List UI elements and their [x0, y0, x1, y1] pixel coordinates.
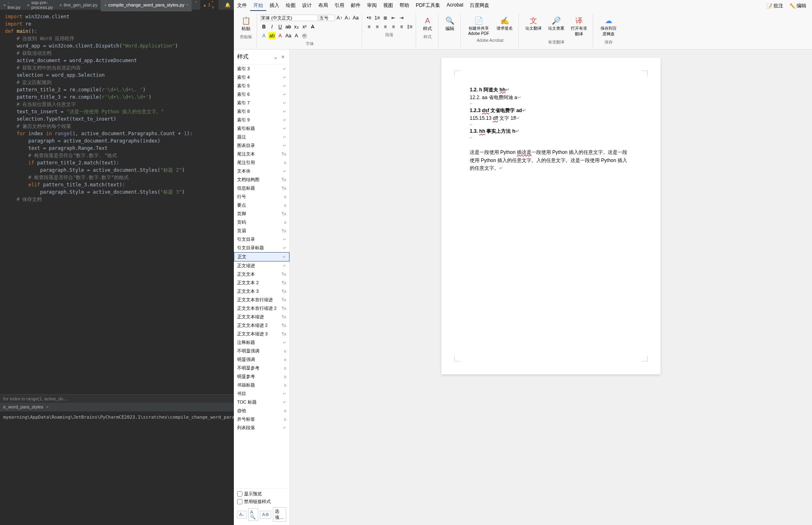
close-icon[interactable]: ×: [186, 2, 188, 7]
style-item[interactable]: 题注↵: [234, 133, 289, 141]
clear-format-button[interactable]: A̶: [309, 23, 316, 30]
disable-link-checkbox[interactable]: 禁用链接样式: [235, 498, 288, 506]
style-item[interactable]: 列表段落↵: [234, 423, 289, 432]
numbering-button[interactable]: 1≡: [374, 14, 381, 22]
decrease-indent-button[interactable]: ⇤: [390, 14, 397, 22]
style-item[interactable]: 要点a: [234, 201, 289, 210]
style-item[interactable]: 明显强调a: [234, 355, 289, 364]
align-justify-button[interactable]: ≡: [390, 23, 397, 30]
code-breadcrumb[interactable]: for index in range(1, active_do…: [0, 394, 234, 403]
style-item[interactable]: 引文目录标题↵: [234, 244, 289, 252]
manage-styles-button[interactable]: A⚙: [260, 511, 271, 519]
style-item[interactable]: 注释标题↵: [234, 338, 289, 347]
text-effects-button[interactable]: A: [260, 32, 268, 39]
style-item[interactable]: 信息标题¶a: [234, 184, 289, 192]
style-item[interactable]: 尾注文本¶a: [234, 150, 289, 158]
style-item[interactable]: 尾注引用a: [234, 158, 289, 167]
style-item[interactable]: 正文文本缩进 3¶a: [234, 330, 289, 338]
increase-indent-button[interactable]: ⇥: [398, 14, 405, 22]
menu-item[interactable]: 引用: [331, 1, 348, 11]
style-item[interactable]: 正文文本缩进¶a: [234, 313, 289, 321]
code-editor[interactable]: import win32com.clientimport redef main(…: [0, 10, 234, 394]
editing-button[interactable]: 🔍 编辑: [442, 14, 458, 33]
align-left-button[interactable]: ≡: [365, 23, 373, 30]
style-item[interactable]: 明显参考a: [234, 372, 289, 381]
notifications-icon[interactable]: 🔔: [222, 2, 234, 8]
style-item[interactable]: 索引 7↵: [234, 99, 289, 107]
menu-item[interactable]: 帮助: [396, 1, 412, 11]
font-name-select[interactable]: [260, 15, 318, 21]
document-area[interactable]: 1.2. h 阿道夫 hh↵12.2. aa 省电费阿迪 a↵↵1.2.3 ds…: [290, 50, 812, 525]
superscript-button[interactable]: x²: [301, 23, 308, 30]
new-style-button[interactable]: A₊: [237, 511, 246, 519]
menu-item[interactable]: Acrobat: [443, 1, 466, 11]
style-item[interactable]: 页脚¶a: [234, 210, 289, 218]
menu-item[interactable]: 审阅: [364, 1, 380, 11]
style-item[interactable]: 页眉¶a: [234, 227, 289, 235]
style-item[interactable]: 行号a: [234, 192, 289, 201]
menu-item[interactable]: 布局: [315, 1, 331, 11]
document-content[interactable]: 1.2. h 阿道夫 hh↵12.2. aa 省电费阿迪 a↵↵1.2.3 ds…: [470, 86, 632, 172]
style-item[interactable]: 图表目录↵: [234, 141, 289, 150]
menu-item[interactable]: 文件: [234, 1, 250, 11]
save-baidu-button[interactable]: ☁ 保存到百度网盘: [596, 14, 621, 39]
style-item[interactable]: TOC 标题↵: [234, 398, 289, 406]
style-item[interactable]: 正文文本首行缩进¶a: [234, 296, 289, 304]
grow-font-button[interactable]: A↑: [336, 14, 343, 22]
paste-button[interactable]: 📋 粘贴: [238, 14, 254, 33]
line-spacing-button[interactable]: ‡≡: [406, 23, 413, 30]
style-item[interactable]: 书籍标题a: [234, 381, 289, 389]
align-right-button[interactable]: ≡: [382, 23, 389, 30]
font-size-select[interactable]: [319, 15, 335, 21]
style-item[interactable]: 文本块↵: [234, 167, 289, 175]
char-border-button[interactable]: A: [293, 32, 300, 39]
translate-button[interactable]: 文 论文翻译: [522, 14, 545, 39]
menu-item[interactable]: PDF工具集: [412, 1, 443, 11]
menu-item[interactable]: 插入: [266, 1, 283, 11]
style-item[interactable]: @他a: [234, 406, 289, 415]
font-color-button[interactable]: A: [276, 32, 284, 39]
style-item[interactable]: 正文↵: [234, 252, 289, 261]
align-distribute-button[interactable]: ≡: [398, 23, 405, 30]
style-item[interactable]: 正文文本缩进 2¶a: [234, 321, 289, 330]
style-item[interactable]: 索引 6↵: [234, 90, 289, 99]
style-item[interactable]: 索引 3↵: [234, 65, 289, 73]
style-item[interactable]: 正文文本 2¶a: [234, 279, 289, 287]
style-item[interactable]: 页码a: [234, 218, 289, 227]
run-console[interactable]: myearning\AppData\Roaming\JetBrains\PyCh…: [0, 411, 234, 525]
style-item[interactable]: 正文缩进↵: [234, 261, 289, 270]
options-button[interactable]: 选项…: [273, 507, 286, 522]
close-icon[interactable]: ×: [46, 404, 49, 409]
style-item[interactable]: 索引标题↵: [234, 124, 289, 133]
multilevel-button[interactable]: ≣: [382, 14, 389, 22]
styles-button[interactable]: A 样式: [419, 14, 436, 33]
style-item[interactable]: 不明显强调a: [234, 347, 289, 355]
comment-button[interactable]: 📝 批注: [764, 2, 786, 10]
style-item[interactable]: 正文文本 3¶a: [234, 287, 289, 296]
shrink-font-button[interactable]: A↓: [344, 14, 351, 22]
strike-button[interactable]: ab: [285, 23, 292, 30]
menu-item[interactable]: 开始: [250, 1, 266, 11]
menu-item[interactable]: 百度网盘: [466, 1, 492, 11]
underline-button[interactable]: U: [276, 23, 284, 30]
run-tab[interactable]: e_word_para_styles ×: [0, 403, 234, 411]
style-item[interactable]: 书目↵: [234, 389, 289, 398]
highlight-button[interactable]: ab: [268, 32, 276, 39]
menu-item[interactable]: 绘图: [283, 1, 299, 11]
lookup-button[interactable]: 🔎 论文查重: [545, 14, 568, 39]
subscript-button[interactable]: x₂: [293, 23, 300, 30]
style-item[interactable]: 正文文本首行缩进 2¶a: [234, 304, 289, 313]
menu-item[interactable]: 设计: [299, 1, 315, 11]
warnings-badge[interactable]: ▲ 3 ^ ∨: [200, 0, 218, 10]
bullets-button[interactable]: •≡: [365, 14, 373, 22]
style-item[interactable]: 引文目录↵: [234, 235, 289, 244]
phonetic-button[interactable]: Aa: [285, 32, 292, 39]
page[interactable]: 1.2. h 阿道夫 hh↵12.2. aa 省电费阿迪 a↵↵1.2.3 ds…: [441, 58, 661, 374]
style-inspector-button[interactable]: A🔍: [248, 508, 258, 521]
show-preview-checkbox[interactable]: 显示预览: [235, 490, 288, 498]
enclose-button[interactable]: ㊥: [301, 32, 308, 39]
align-center-button[interactable]: ≡: [374, 23, 381, 30]
change-case-button[interactable]: Aa: [352, 14, 359, 22]
menu-item[interactable]: 视图: [380, 1, 396, 11]
style-item[interactable]: 正文文本¶a: [234, 270, 289, 279]
